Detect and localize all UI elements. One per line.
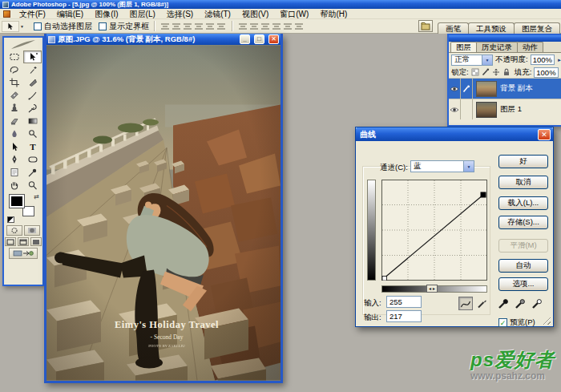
gray-point-eyedropper-icon[interactable]	[515, 298, 526, 309]
layer-row-background-copy[interactable]: 背景 副本	[449, 78, 561, 99]
tool-eyedropper[interactable]	[23, 166, 42, 179]
tool-history-brush[interactable]	[23, 102, 42, 115]
curve-point-origin[interactable]	[382, 277, 387, 281]
pencil-mode-button[interactable]	[474, 297, 489, 310]
layer-row-layer1[interactable]: 图层 1	[449, 99, 561, 119]
menu-layer[interactable]: 图层(L)	[124, 9, 161, 19]
tool-blur[interactable]	[5, 127, 23, 140]
opacity-field[interactable]: 100%	[531, 55, 555, 65]
show-bounds-checkbox[interactable]	[99, 22, 107, 30]
layer-name[interactable]: 图层 1	[500, 104, 522, 115]
file-browser-icon[interactable]	[418, 20, 433, 32]
menu-edit[interactable]: 编辑(E)	[51, 9, 89, 19]
tool-crop[interactable]	[5, 76, 23, 89]
tool-preset-dropdown-icon[interactable]: ▼	[20, 24, 24, 29]
layer-thumbnail[interactable]	[476, 81, 497, 97]
tool-dodge[interactable]	[23, 127, 42, 140]
background-color-swatch[interactable]	[22, 206, 34, 216]
curve-mode-button[interactable]	[458, 297, 473, 310]
screen-mode-standard-button[interactable]	[5, 237, 16, 246]
lock-all-icon[interactable]	[502, 68, 511, 76]
menu-image[interactable]: 图像(I)	[89, 9, 123, 19]
lock-pixels-icon[interactable]	[482, 68, 490, 76]
screen-mode-menubar-button[interactable]	[18, 237, 29, 246]
curve-grid[interactable]	[381, 180, 487, 281]
tool-notes[interactable]	[5, 166, 23, 179]
options-button[interactable]: 选项...	[498, 277, 548, 291]
auto-select-checkbox[interactable]	[34, 22, 42, 30]
output-field[interactable]: 217	[386, 310, 422, 322]
tool-path-selection[interactable]	[5, 140, 23, 153]
quick-mask-button[interactable]	[24, 225, 40, 236]
gradient-flip-icon[interactable]: ◄►	[426, 285, 438, 293]
default-colors-icon[interactable]	[7, 216, 14, 223]
channel-select[interactable]: 蓝 ▼	[410, 160, 474, 172]
layer-thumbnail[interactable]	[476, 102, 497, 118]
close-button[interactable]: ✕	[268, 34, 279, 44]
minimize-button[interactable]: _	[240, 34, 250, 44]
tab-layer-comps[interactable]: 图层复合	[514, 22, 560, 34]
tool-move[interactable]	[23, 51, 42, 63]
tab-history[interactable]: 历史记录	[476, 42, 518, 52]
auto-button[interactable]: 自动	[498, 259, 548, 273]
menu-help[interactable]: 帮助(H)	[314, 9, 353, 19]
tool-lasso[interactable]	[5, 63, 23, 76]
white-point-eyedropper-icon[interactable]	[532, 298, 543, 309]
photo-canvas[interactable]: Eimy's Holiday Travel - Second Day PHOTO…	[46, 45, 280, 381]
app-titlebar[interactable]: Adobe Photoshop - [5.jpg @ 100% (图层 1, R…	[0, 0, 561, 9]
opacity-spinner-icon[interactable]: ►	[557, 58, 561, 63]
visibility-cell[interactable]	[449, 99, 461, 119]
menu-file[interactable]: 文件(F)	[14, 9, 51, 19]
screen-mode-full-button[interactable]	[30, 237, 42, 246]
tool-hand[interactable]	[5, 179, 23, 192]
tab-layers[interactable]: 图层	[450, 42, 477, 52]
layers-panel-titlebar[interactable]	[449, 35, 561, 42]
tab-tool-presets[interactable]: 工具预设	[468, 22, 515, 34]
load-button[interactable]: 载入(L)...	[498, 196, 548, 210]
tool-eraser[interactable]	[5, 115, 23, 127]
tool-type[interactable]: T	[23, 140, 42, 153]
input-field[interactable]: 255	[386, 296, 422, 308]
tab-brushes[interactable]: 画笔	[438, 22, 469, 34]
lock-transparency-icon[interactable]	[471, 68, 479, 76]
current-tool-icon[interactable]	[2, 21, 19, 32]
menu-window[interactable]: 窗口(W)	[274, 9, 314, 19]
foreground-color-swatch[interactable]	[10, 195, 24, 208]
preview-checkbox[interactable]: ✓	[498, 318, 507, 327]
save-button[interactable]: 存储(S)...	[498, 216, 548, 229]
tool-healing-brush[interactable]	[5, 89, 23, 102]
tool-clone-stamp[interactable]	[5, 102, 23, 115]
blend-mode-select[interactable]: 正常 ▼	[451, 55, 493, 66]
tool-slice[interactable]	[23, 76, 42, 89]
menu-select[interactable]: 选择(S)	[161, 9, 199, 19]
menu-filter[interactable]: 滤镜(T)	[199, 9, 236, 19]
tool-rectangular-marquee[interactable]	[5, 51, 23, 63]
lock-position-icon[interactable]	[492, 68, 500, 76]
cancel-button[interactable]: 取消	[498, 176, 548, 189]
link-cell[interactable]	[461, 99, 473, 119]
curves-titlebar[interactable]: 曲线 ✕	[356, 127, 553, 141]
tool-pen[interactable]	[5, 153, 23, 166]
swap-colors-icon[interactable]: ⇄	[34, 193, 39, 200]
maximize-button[interactable]: □	[254, 34, 264, 44]
tool-gradient[interactable]	[23, 115, 42, 127]
fill-field[interactable]: 100%	[534, 67, 558, 78]
menu-view[interactable]: 视图(V)	[236, 9, 274, 19]
black-point-eyedropper-icon[interactable]	[498, 298, 509, 309]
visibility-cell[interactable]	[449, 79, 461, 99]
tool-zoom[interactable]	[23, 179, 42, 192]
tab-actions[interactable]: 动作	[517, 42, 543, 52]
document-menu-icon[interactable]	[3, 10, 10, 18]
link-cell[interactable]	[461, 79, 473, 99]
standard-mode-button[interactable]	[6, 225, 22, 236]
ok-button[interactable]: 好	[498, 155, 548, 168]
curve-point-selected[interactable]	[481, 192, 486, 198]
layer-name[interactable]: 背景 副本	[500, 83, 533, 94]
tool-brush[interactable]	[23, 89, 42, 102]
tool-shape[interactable]	[23, 153, 42, 166]
tool-magic-wand[interactable]	[23, 63, 42, 76]
imageready-button[interactable]	[9, 248, 38, 259]
close-icon[interactable]: ✕	[538, 129, 551, 140]
document-titlebar[interactable]: 原图.JPG @ 31.6% (背景 副本, RGB/8#) _ □ ✕	[46, 34, 280, 45]
resize-grip[interactable]	[541, 315, 551, 325]
